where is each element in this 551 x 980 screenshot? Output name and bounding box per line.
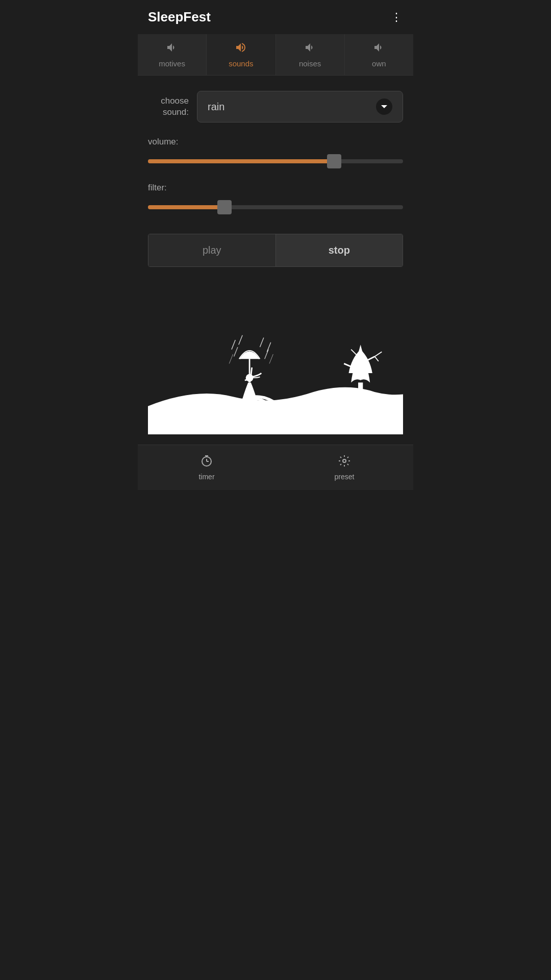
own-icon	[373, 41, 385, 57]
scene-illustration	[148, 283, 403, 434]
svg-point-13	[387, 401, 395, 409]
svg-line-29	[267, 342, 270, 352]
svg-rect-2	[358, 382, 363, 406]
volume-slider-fill	[148, 159, 334, 163]
sound-dropdown[interactable]: rain	[197, 91, 403, 122]
timer-icon	[200, 454, 213, 471]
tab-own-label: own	[372, 59, 386, 68]
tab-sounds[interactable]: sounds	[207, 34, 276, 75]
svg-rect-18	[221, 399, 223, 409]
tab-sounds-label: sounds	[229, 59, 253, 68]
svg-rect-0	[235, 404, 239, 413]
playback-buttons: play stop	[148, 234, 403, 267]
stop-button[interactable]: stop	[276, 234, 403, 266]
main-content: choose sound: rain volume: filter:	[138, 76, 413, 445]
bottom-nav: timer preset	[138, 445, 413, 490]
noises-icon	[304, 41, 316, 57]
tab-motives[interactable]: motives	[138, 34, 207, 75]
volume-slider-bg	[148, 159, 403, 163]
preset-label: preset	[335, 473, 355, 481]
motives-icon	[166, 41, 178, 57]
volume-section: volume:	[148, 137, 403, 168]
svg-line-31	[265, 349, 268, 359]
svg-line-28	[260, 337, 263, 347]
volume-slider[interactable]	[148, 154, 403, 168]
volume-label: volume:	[148, 137, 403, 147]
filter-slider[interactable]	[148, 200, 403, 214]
filter-section: filter:	[148, 183, 403, 214]
nav-timer[interactable]: timer	[138, 450, 276, 485]
choose-sound-label: choose sound:	[148, 95, 189, 118]
tab-noises-label: noises	[299, 59, 321, 68]
tab-noises[interactable]: noises	[276, 34, 345, 75]
filter-slider-thumb[interactable]	[217, 200, 232, 214]
preset-icon	[338, 454, 351, 471]
filter-label: filter:	[148, 183, 403, 193]
svg-rect-19	[226, 400, 228, 408]
volume-slider-thumb[interactable]	[327, 154, 341, 168]
svg-line-27	[239, 335, 242, 345]
menu-icon[interactable]: ⋮	[391, 11, 403, 24]
tab-own[interactable]: own	[345, 34, 413, 75]
svg-line-32	[229, 354, 233, 364]
dropdown-arrow-icon	[376, 99, 392, 115]
tab-motives-label: motives	[159, 59, 185, 68]
timer-label: timer	[198, 473, 214, 481]
sound-dropdown-value: rain	[208, 101, 224, 113]
choose-sound-row: choose sound: rain	[148, 91, 403, 122]
svg-line-26	[232, 340, 235, 350]
nav-preset[interactable]: preset	[276, 450, 413, 485]
svg-point-17	[211, 403, 217, 408]
play-button[interactable]: play	[148, 234, 276, 266]
svg-line-33	[269, 354, 273, 364]
svg-line-10	[374, 356, 378, 361]
illustration	[148, 281, 403, 434]
app-header: SleepFest ⋮	[138, 0, 413, 34]
svg-point-41	[343, 459, 346, 462]
svg-line-30	[234, 347, 238, 357]
app-title: SleepFest	[148, 9, 211, 25]
filter-slider-bg	[148, 205, 403, 209]
sounds-icon	[235, 41, 247, 57]
filter-slider-fill	[148, 205, 224, 209]
svg-rect-1	[273, 404, 277, 413]
tab-bar: motives sounds noises own	[138, 34, 413, 76]
svg-point-14	[370, 401, 379, 409]
svg-line-9	[374, 352, 382, 356]
